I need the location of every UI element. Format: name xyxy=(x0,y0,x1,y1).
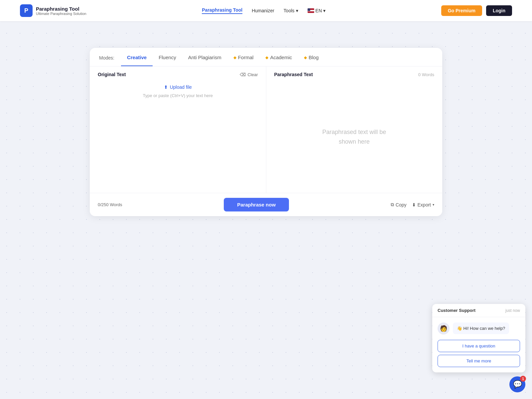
chat-badge: 1 xyxy=(520,376,526,382)
chevron-down-icon: ▾ xyxy=(323,8,326,13)
paraphrased-text-label: Paraphrased Text xyxy=(274,72,313,77)
export-icon: ⬇ xyxy=(412,202,416,207)
nav-actions: Go Premium Login xyxy=(441,5,512,16)
tab-academic[interactable]: ◆ Academic xyxy=(259,55,298,66)
chat-icon: 💬 xyxy=(513,380,522,389)
support-time: just now xyxy=(505,308,520,313)
support-actions: I have a question Tell me more xyxy=(432,340,525,372)
flag-icon xyxy=(308,8,314,13)
support-header: Customer Support just now xyxy=(432,304,525,317)
diamond-icon: ◆ xyxy=(265,55,268,60)
login-button[interactable]: Login xyxy=(486,5,512,16)
diamond-icon: ◆ xyxy=(233,55,236,60)
upload-file-link[interactable]: ⬆ Upload file xyxy=(164,84,192,90)
word-count-display: 0 Words xyxy=(418,72,434,77)
nav-language[interactable]: EN ▾ xyxy=(308,8,326,13)
nav-tools[interactable]: Tools ▾ xyxy=(284,8,298,13)
chevron-down-icon: ▾ xyxy=(296,8,298,13)
tool-card: Modes: Creative Fluency Anti Plagiarism … xyxy=(90,48,442,216)
tab-fluency[interactable]: Fluency xyxy=(153,55,182,66)
original-text-label: Original Text xyxy=(98,72,126,77)
tab-formal[interactable]: ◆ Formal xyxy=(227,55,260,66)
modes-bar: Modes: Creative Fluency Anti Plagiarism … xyxy=(90,48,442,66)
logo-subtitle: Ultimate Paraphrasing Solution xyxy=(36,12,86,16)
modes-label: Modes: xyxy=(99,55,114,66)
left-panel: Original Text ⌫ Clear ⬆ Upload file Type… xyxy=(90,66,266,193)
input-placeholder: Type or paste (Ctrl+V) your text here xyxy=(143,93,213,98)
paraphrase-now-button[interactable]: Paraphrase now xyxy=(224,198,289,211)
export-button[interactable]: ⬇ Export ▾ xyxy=(412,202,434,207)
word-counter: 0/250 Words xyxy=(98,202,122,207)
left-panel-header: Original Text ⌫ Clear xyxy=(90,66,266,81)
support-message: 👋 Hi! How can we help? xyxy=(453,323,509,334)
text-input-area: ⬆ Upload file Type or paste (Ctrl+V) you… xyxy=(90,81,266,193)
logo-icon: P xyxy=(20,4,33,17)
copy-icon: ⧉ xyxy=(391,202,394,207)
tab-creative[interactable]: Creative xyxy=(121,55,153,66)
editor-container: Original Text ⌫ Clear ⬆ Upload file Type… xyxy=(90,66,442,193)
chat-bubble-button[interactable]: 💬 1 xyxy=(509,376,525,392)
paraphrased-placeholder: Paraphrased text will be shown here xyxy=(266,81,443,193)
upload-icon: ⬆ xyxy=(164,84,168,90)
support-body: 🧑 👋 Hi! How can we help? xyxy=(432,317,525,340)
tell-more-button[interactable]: Tell me more xyxy=(438,355,520,367)
tab-blog[interactable]: ◆ Blog xyxy=(298,55,325,66)
have-question-button[interactable]: I have a question xyxy=(438,340,520,352)
copy-button[interactable]: ⧉ Copy xyxy=(391,202,407,207)
clear-button[interactable]: ⌫ Clear xyxy=(240,72,258,77)
navbar: P Paraphrasing Tool Ultimate Paraphrasin… xyxy=(0,0,532,21)
agent-avatar: 🧑 xyxy=(438,323,450,334)
support-widget: Customer Support just now 🧑 👋 Hi! How ca… xyxy=(432,304,525,372)
right-panel: Paraphrased Text 0 Words Paraphrased tex… xyxy=(266,66,443,193)
eraser-icon: ⌫ xyxy=(240,72,246,77)
logo-text: Paraphrasing Tool Ultimate Paraphrasing … xyxy=(36,6,86,16)
nav-humanizer[interactable]: Humanizer xyxy=(252,8,274,13)
support-title: Customer Support xyxy=(438,308,475,313)
chevron-down-icon: ▾ xyxy=(433,203,434,206)
tab-anti-plagiarism[interactable]: Anti Plagiarism xyxy=(182,55,227,66)
nav-links: Paraphrasing Tool Humanizer Tools ▾ EN ▾ xyxy=(202,7,326,14)
right-panel-header: Paraphrased Text 0 Words xyxy=(266,66,443,81)
logo-title: Paraphrasing Tool xyxy=(36,6,86,12)
logo[interactable]: P Paraphrasing Tool Ultimate Paraphrasin… xyxy=(20,4,86,17)
nav-paraphrasing-tool[interactable]: Paraphrasing Tool xyxy=(202,7,242,14)
right-footer-actions: ⧉ Copy ⬇ Export ▾ xyxy=(391,202,434,207)
footer-bar: 0/250 Words Paraphrase now ⧉ Copy ⬇ Expo… xyxy=(90,193,442,216)
go-premium-button[interactable]: Go Premium xyxy=(441,5,482,16)
text-input[interactable] xyxy=(98,101,258,190)
diamond-icon: ◆ xyxy=(304,55,307,60)
